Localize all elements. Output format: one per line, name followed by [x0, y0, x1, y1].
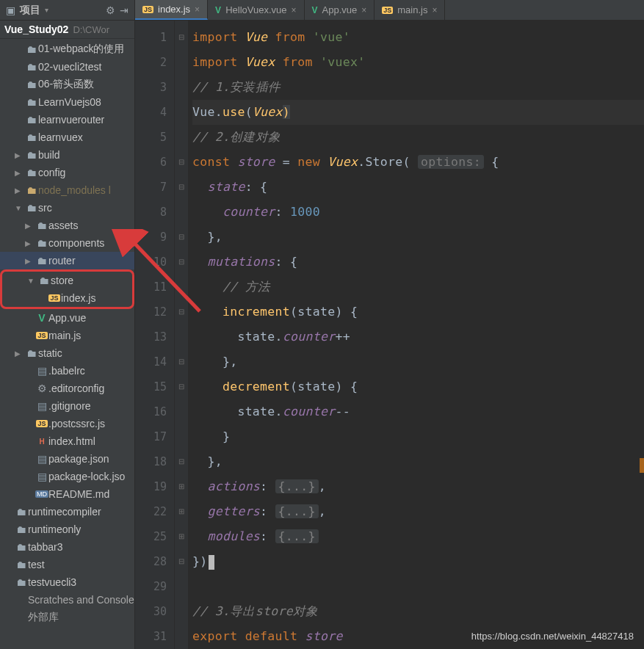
- code-content[interactable]: import Vue from 'vue' import Vuex from '…: [188, 21, 644, 649]
- gear-icon[interactable]: ⚙: [106, 4, 115, 16]
- fold-marker[interactable]: ⊟: [175, 225, 188, 250]
- editor-tab[interactable]: VHelloVuex.vue×: [208, 0, 304, 20]
- fold-marker[interactable]: ⊟: [175, 175, 188, 200]
- tree-item-label: App.vue: [48, 312, 86, 324]
- tree-item[interactable]: ▼🖿store: [2, 272, 132, 289]
- fold-marker[interactable]: ⊞: [175, 474, 188, 499]
- folder-icon: 🖿: [35, 237, 48, 249]
- tree-item[interactable]: ▶JSindex.js: [2, 289, 132, 307]
- editor-body: 1234567891011121314151617181922252829303…: [135, 21, 644, 649]
- tab-label: HelloVuex.vue: [225, 4, 286, 15]
- tree-item[interactable]: ▶🖿router: [0, 252, 134, 269]
- scrollbar-warning-marker[interactable]: [640, 458, 644, 473]
- fold-marker: [175, 75, 188, 100]
- editor-tab[interactable]: JSindex.js×: [135, 0, 208, 20]
- fold-marker[interactable]: ⊟: [175, 25, 188, 50]
- tab-label: main.js: [397, 4, 427, 15]
- line-number: 17: [135, 424, 167, 449]
- tree-item[interactable]: ▶🖿tabbar3: [0, 538, 134, 556]
- close-icon[interactable]: ×: [195, 4, 200, 15]
- line-number: 6: [135, 150, 167, 175]
- tree-item-label: 01-webpack的使用: [38, 43, 125, 56]
- editor-tabs: JSindex.js×VHelloVuex.vue×VApp.vue×JSmai…: [135, 0, 644, 21]
- fold-marker[interactable]: ⊟: [175, 374, 188, 399]
- md-file-icon: MD: [35, 490, 48, 498]
- tree-item-label: 02-vuecli2test: [38, 61, 101, 73]
- tree-item[interactable]: ▶Hindex.html: [0, 432, 134, 450]
- folder-icon: 🖿: [35, 220, 48, 231]
- line-number: 25: [135, 524, 167, 549]
- fold-marker[interactable]: ⊞: [175, 524, 188, 549]
- fold-marker[interactable]: ⊟: [175, 549, 188, 574]
- tree-item-label: .gitignore: [48, 400, 91, 412]
- tree-item[interactable]: ▼🖿src: [0, 199, 134, 217]
- vue-file-icon: V: [312, 5, 318, 15]
- tree-item[interactable]: ▶🖿config: [0, 164, 134, 181]
- fold-marker[interactable]: ⊟: [175, 250, 188, 275]
- tree-item[interactable]: ▶🖿learnvuerouter: [0, 111, 134, 128]
- js-file-icon: JS: [382, 7, 393, 14]
- line-number: 28: [135, 549, 167, 574]
- close-icon[interactable]: ×: [432, 5, 437, 15]
- fold-marker[interactable]: ⊞: [175, 499, 188, 524]
- close-icon[interactable]: ×: [291, 5, 296, 15]
- tree-item[interactable]: ▶🖿learnvuex: [0, 128, 134, 146]
- tree-item[interactable]: ▶JS.postcssrc.js: [0, 415, 134, 432]
- line-number: 30: [135, 599, 167, 624]
- close-icon[interactable]: ×: [361, 5, 366, 15]
- tree-item[interactable]: ▶🖿02-vuecli2test: [0, 58, 134, 76]
- project-root-row[interactable]: Vue_Study02 D:\CWor: [0, 21, 134, 39]
- tree-item[interactable]: ▶MDREADME.md: [0, 485, 134, 503]
- tree-item[interactable]: ▶▤.gitignore: [0, 397, 134, 415]
- tree-item[interactable]: ▶🖿testvuecli3: [0, 573, 134, 591]
- collapse-icon[interactable]: ⇥: [120, 4, 129, 16]
- tree-item[interactable]: ▶🖿assets: [0, 217, 134, 234]
- chevron-right-icon[interactable]: ▶: [15, 349, 25, 358]
- tree-item-label: node_modules l: [38, 184, 111, 196]
- editor-tab[interactable]: VApp.vue×: [305, 0, 375, 20]
- tree-item[interactable]: ▶JSmain.js: [0, 327, 134, 344]
- editor-tab[interactable]: JSmain.js×: [375, 0, 445, 20]
- tree-item[interactable]: ▶▤.babelrc: [0, 362, 134, 380]
- tree-item[interactable]: ▶🖿LearnVuejs08: [0, 93, 134, 111]
- folder-icon: 🖿: [25, 347, 38, 359]
- folder-icon: 🖿: [15, 559, 28, 570]
- tree-item[interactable]: ▶Scratches and Console: [0, 591, 134, 609]
- chevron-down-icon[interactable]: ▼: [15, 204, 25, 212]
- tree-item[interactable]: ▶▤package.json: [0, 450, 134, 468]
- chevron-right-icon[interactable]: ▶: [15, 151, 25, 159]
- watermark-text: https://blog.csdn.net/weixin_44827418: [471, 631, 634, 642]
- tree-item-label: LearnVuejs08: [38, 96, 101, 108]
- tree-item-label: src: [38, 202, 52, 214]
- chevron-down-icon[interactable]: ▼: [27, 277, 37, 285]
- tree-item[interactable]: ▶🖿runtimeonly: [0, 521, 134, 538]
- tree-item[interactable]: ▶🖿node_modules l: [0, 181, 134, 199]
- fold-marker[interactable]: ⊟: [175, 349, 188, 374]
- tree-item-label: .babelrc: [48, 365, 85, 377]
- fold-marker: [175, 125, 188, 150]
- line-number: 19: [135, 474, 167, 499]
- chevron-right-icon[interactable]: ▶: [15, 186, 25, 195]
- fold-marker[interactable]: ⊟: [175, 150, 188, 175]
- tree-item[interactable]: ▶🖿components: [0, 234, 134, 252]
- tree-item[interactable]: ▶🖿06-箭头函数: [0, 76, 134, 93]
- chevron-right-icon[interactable]: ▶: [25, 257, 35, 265]
- tree-item[interactable]: ▶🖿static: [0, 344, 134, 362]
- tree-item[interactable]: ▶外部库: [0, 609, 134, 626]
- tree-item[interactable]: ▶▤package-lock.jso: [0, 468, 134, 485]
- fold-marker: [175, 324, 188, 349]
- chevron-right-icon[interactable]: ▶: [25, 239, 35, 247]
- chevron-right-icon[interactable]: ▶: [25, 222, 35, 230]
- tree-item[interactable]: ▶🖿runtimecompiler: [0, 503, 134, 521]
- fold-marker: [175, 599, 188, 624]
- tree-item[interactable]: ▶VApp.vue: [0, 309, 134, 327]
- js-file-icon: JS: [142, 6, 153, 13]
- tree-item[interactable]: ▶🖿01-webpack的使用: [0, 40, 134, 58]
- fold-marker[interactable]: ⊟: [175, 300, 188, 324]
- dropdown-arrow-icon[interactable]: ▾: [45, 6, 48, 14]
- tree-item[interactable]: ▶⚙.editorconfig: [0, 380, 134, 397]
- tree-item[interactable]: ▶🖿build: [0, 146, 134, 164]
- chevron-right-icon[interactable]: ▶: [15, 169, 25, 177]
- fold-marker[interactable]: ⊟: [175, 449, 188, 474]
- tree-item[interactable]: ▶🖿test: [0, 556, 134, 573]
